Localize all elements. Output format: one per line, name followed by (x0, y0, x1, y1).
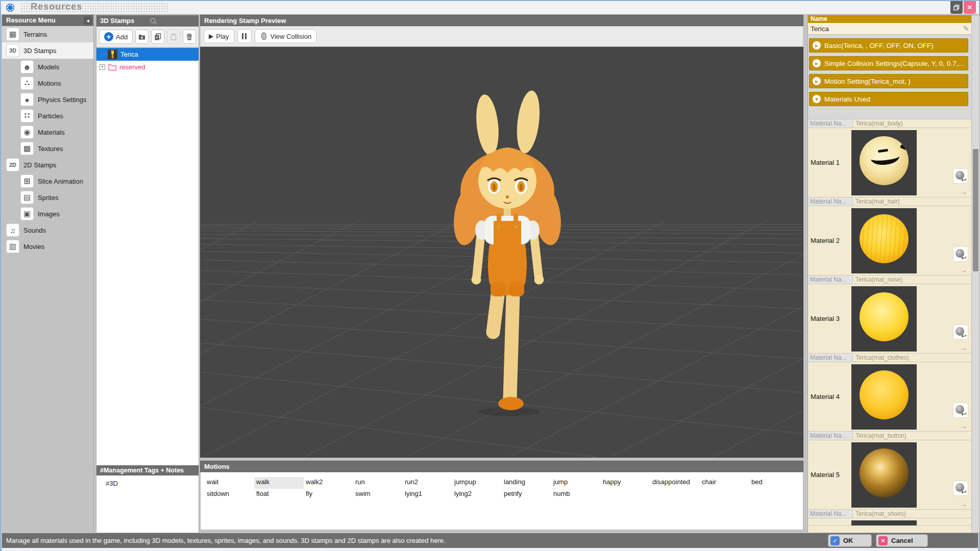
view-collision-button[interactable]: View Collision (255, 29, 317, 43)
motion-item[interactable]: chair (700, 477, 749, 489)
stamps-toolbar: + Add (96, 27, 199, 47)
collapse-sidebar-button[interactable]: ◂ (84, 16, 92, 24)
motion-item[interactable]: fly (304, 489, 353, 500)
material-thumbnail[interactable] (851, 208, 917, 273)
motion-item[interactable]: lying1 (403, 489, 452, 500)
paste-button[interactable] (167, 30, 180, 44)
delete-button[interactable] (183, 30, 196, 44)
motion-item[interactable]: jump (551, 477, 601, 489)
new-folder-button[interactable] (135, 30, 149, 44)
sidebar-item-materials[interactable]: ◉ Materials (2, 124, 93, 140)
swap-material-button[interactable]: ↩ (953, 403, 968, 418)
material-thumbnail[interactable] (851, 364, 917, 430)
assign-material-arrow[interactable]: → (960, 265, 967, 274)
3d-viewport[interactable] (200, 47, 803, 458)
name-field-label: Name (808, 15, 971, 23)
sidebar-item-sprites[interactable]: ▤ Sprites (2, 189, 93, 206)
hair-material-sphere (860, 214, 909, 263)
tree-item-reserved[interactable]: + reserved (96, 61, 199, 73)
assign-material-arrow[interactable]: → (960, 343, 967, 352)
motion-item[interactable]: float (254, 489, 304, 500)
materials-icon: ◉ (20, 126, 34, 139)
add-stamp-button[interactable]: + Add (99, 30, 133, 44)
duplicate-button[interactable] (151, 30, 164, 44)
sidebar-item-slice-animation[interactable]: ⊞ Slice Animation (2, 173, 93, 189)
scrollbar-thumb[interactable] (973, 149, 978, 271)
material-slot-label: Material 5 (811, 471, 840, 479)
models-icon: ☻ (20, 60, 34, 73)
resource-menu-panel: Resource Menu ◂ ▦ Terrains 3D 3D Stamps … (2, 15, 94, 533)
cancel-button[interactable]: ✕ Cancel (876, 534, 928, 547)
section-basic[interactable]: ▸ Basic(Terica, , OFF, OFF, ON, OFF) (809, 38, 968, 53)
search-icon[interactable] (150, 17, 157, 25)
material-row: Material Na... Terica(mat_clothes) Mater… (808, 354, 971, 432)
restore-window-button[interactable] (950, 1, 963, 14)
assign-material-arrow[interactable]: → (960, 499, 967, 508)
add-icon: + (104, 32, 113, 41)
material-name-column-header: Material Na... (808, 432, 853, 440)
swap-material-button[interactable]: ↩ (953, 168, 968, 184)
status-message: Manage all materials used in the game, i… (6, 537, 446, 544)
tree-item-terica[interactable]: Terica (96, 48, 199, 61)
edit-pencil-icon[interactable]: ✎ (963, 24, 969, 33)
stamp-name-input[interactable] (808, 23, 971, 34)
section-simple-collision[interactable]: ▸ Simple Collision Settings(Capsule, Y, … (809, 56, 968, 70)
motion-item[interactable]: run (353, 477, 403, 489)
3d-scene (201, 47, 803, 458)
play-button[interactable]: ▶ Play (204, 29, 234, 43)
pause-button[interactable] (237, 29, 252, 43)
material-thumbnail[interactable] (851, 286, 917, 352)
expand-icon[interactable]: + (100, 64, 105, 70)
material-asset-name: Terica(mat_shoes) (853, 510, 971, 518)
motion-item[interactable]: disappointed (650, 477, 700, 489)
section-motion-setting[interactable]: ▸ Motion Setting(Terica_mot, ) (809, 74, 968, 88)
motion-item[interactable]: bed (749, 477, 799, 489)
motion-item[interactable]: wait (205, 477, 254, 489)
material-slot-label: Material 2 (811, 237, 840, 244)
sidebar-item-2d-stamps[interactable]: 2D 2D Stamps (2, 157, 93, 173)
motion-item[interactable]: walk2 (304, 477, 353, 489)
sidebar-item-particles[interactable]: ∷ Particles (2, 108, 93, 124)
sidebar-item-3d-stamps[interactable]: 3D 3D Stamps (2, 42, 93, 59)
motion-item[interactable]: happy (601, 477, 650, 489)
motion-item[interactable]: lying2 (452, 489, 502, 500)
settings-scrollbar[interactable] (971, 15, 979, 533)
material-thumbnail[interactable] (851, 130, 917, 195)
section-materials-used[interactable]: ▾ Materials Used (809, 92, 968, 106)
material-row-partial: Material Na... Terica(mat_shoes) (808, 510, 971, 525)
sidebar-item-images[interactable]: ▣ Images (2, 206, 93, 222)
sidebar-item-textures[interactable]: ▩ Textures (2, 140, 93, 157)
motion-item[interactable]: landing (502, 477, 551, 489)
sidebar-item-motions[interactable]: ∴ Motions (2, 75, 93, 91)
sidebar-item-physics-settings[interactable]: ● Physics Settings (2, 91, 93, 108)
swap-arrow-icon: ↩ (961, 254, 967, 262)
sidebar-item-sounds[interactable]: ♫ Sounds (2, 222, 93, 238)
sidebar-item-models[interactable]: ☻ Models (2, 59, 93, 75)
sidebar-item-movies[interactable]: ▥ Movies (2, 238, 93, 255)
motion-item[interactable]: run2 (403, 477, 452, 489)
material-asset-name: Terica(mat_clothes) (853, 354, 971, 362)
motion-item-selected[interactable]: walk (254, 477, 304, 489)
title-bar[interactable]: Resources ✕ (1, 1, 979, 14)
sidebar-item-terrains[interactable]: ▦ Terrains (2, 26, 93, 42)
motions-list: wait walk walk2 run run2 jumpup landing … (200, 472, 803, 530)
character-terica (450, 89, 565, 416)
status-bar: Manage all materials used in the game, i… (2, 533, 978, 548)
ok-button[interactable]: ✓ OK (828, 534, 872, 547)
close-window-button[interactable]: ✕ (964, 1, 976, 14)
material-thumbnail[interactable] (851, 520, 917, 525)
swap-material-button[interactable]: ↩ (953, 481, 968, 496)
motion-item[interactable]: sitdown (205, 489, 254, 500)
assign-material-arrow[interactable]: → (960, 187, 967, 196)
management-tags-content[interactable]: #3D (96, 475, 199, 533)
motion-item[interactable]: petrify (502, 489, 551, 500)
chevron-right-icon: ▸ (813, 59, 821, 67)
swap-material-button[interactable]: ↩ (953, 246, 968, 262)
swap-material-button[interactable]: ↩ (953, 324, 968, 340)
swap-arrow-icon: ↩ (961, 332, 967, 340)
motion-item[interactable]: swim (353, 489, 403, 500)
motion-item[interactable]: numb (551, 489, 601, 500)
assign-material-arrow[interactable]: → (960, 421, 967, 430)
material-thumbnail[interactable] (851, 442, 917, 508)
motion-item[interactable]: jumpup (452, 477, 502, 489)
